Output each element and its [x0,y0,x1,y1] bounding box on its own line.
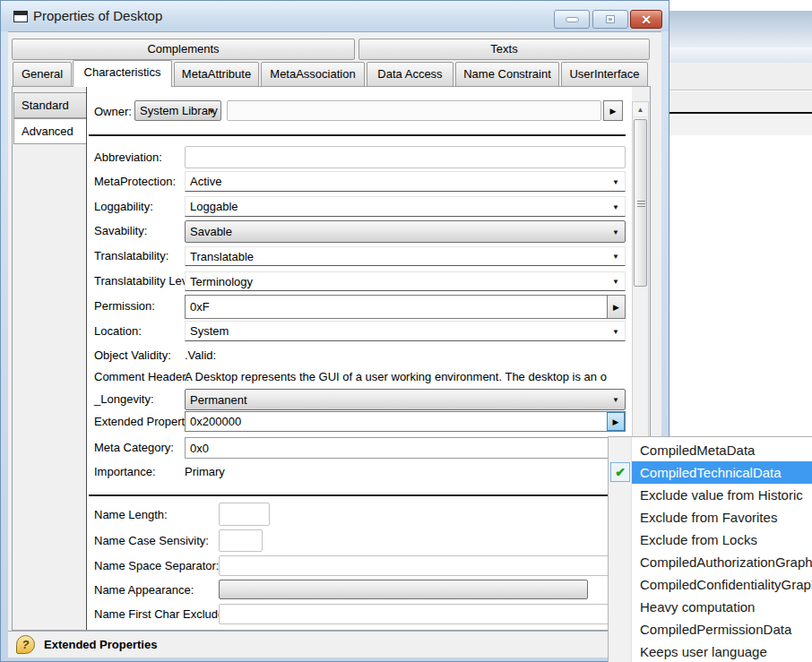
metaprotection-select[interactable]: Active ▼ [185,171,626,192]
screen: Properties of Desktop ✕ Complements Text… [0,0,812,662]
name-length-input[interactable] [219,503,270,526]
properties-dialog: Properties of Desktop ✕ Complements Text… [0,0,669,662]
loggability-select[interactable]: Loggable ▼ [185,196,626,217]
question-mark-glyph: ? [22,638,30,651]
properties-form: Owner: System Library ▼ ▶ Abbreviation: … [86,87,632,630]
importance-value: Primary [185,465,225,478]
name-space-separator-input[interactable] [219,555,619,576]
sidebar-tab-advanced-label: Advanced [22,125,73,138]
name-length-label: Name Length: [94,508,168,521]
chevron-down-icon: ▼ [612,327,619,335]
tab-complements-label: Complements [147,42,219,56]
owner-path-field[interactable] [227,100,601,121]
menu-item-exclude-from-favorites[interactable]: Exclude from Favorites [633,506,812,529]
translatability-level-select[interactable]: Terminology ▼ [185,271,626,291]
status-text: Extended Properties [44,632,157,658]
sidebar-tab-standard[interactable]: Standard [13,92,86,118]
menu-item-exclude-value-from-historic[interactable]: Exclude value from Historic [633,484,812,506]
tab-metaattribute[interactable]: MetaAttribute [174,62,259,87]
owner-select-value: System Library [140,101,218,120]
permission-field[interactable]: 0xF ▶ [185,295,626,319]
maximize-button[interactable] [592,10,628,29]
minimize-button[interactable] [554,10,590,29]
scrollbar-grip-icon [637,201,645,208]
menu-item-compiledtechnicaldata[interactable]: CompiledTechnicalData [632,461,812,484]
dialog-client-area: Complements Texts General Characteristic… [8,31,661,657]
metaprotection-label: MetaProtection: [94,175,176,188]
menu-item-compiledmetadata[interactable]: CompiledMetaData [633,439,812,461]
extended-properties-menu: CompiledMetaData CompiledTechnicalData E… [608,436,812,662]
name-appearance-select[interactable] [219,580,588,599]
close-button[interactable]: ✕ [630,10,662,29]
translatability-value: Translatable [190,247,254,265]
arrow-right-icon: ▶ [610,107,617,116]
window-icon [13,11,28,22]
arrow-up-icon: ▲ [637,106,644,114]
savability-select[interactable]: Savable ▼ [185,220,626,243]
comment-header-label: Comment Header: [94,370,189,383]
tab-texts-label: Texts [490,42,517,56]
owner-expand-button[interactable]: ▶ [603,100,623,121]
separator [89,134,626,136]
permission-expand-button[interactable]: ▶ [607,296,625,318]
background-subheader-band [669,91,812,114]
name-case-sensivity-input[interactable] [219,529,263,552]
longevity-label: _Longevity: [94,392,154,406]
close-icon: ✕ [641,13,652,27]
scroll-up-button[interactable]: ▲ [633,102,648,117]
tab-texts[interactable]: Texts [358,39,650,60]
tab-general-label: General [22,67,63,81]
menu-item-compiledpermissiondata[interactable]: CompiledPermissionData [633,618,812,641]
tab-name-constraint-label: Name Constraint [463,67,551,81]
metaprotection-value: Active [190,172,221,191]
menu-item-exclude-from-locks[interactable]: Exclude from Locks [633,529,812,551]
importance-label: Importance: [94,465,156,478]
tab-name-constraint[interactable]: Name Constraint [455,62,559,87]
menu-item-keeps-user-language[interactable]: Keeps user language [633,641,812,662]
translatability-select[interactable]: Translatable ▼ [185,246,626,266]
menu-item-compiledauthorizationgraph[interactable]: CompiledAuthorizationGraph [633,551,812,573]
extended-properties-field[interactable]: 0x200000 ▶ [185,411,626,432]
owner-select[interactable]: System Library ▼ [134,100,221,121]
longevity-value: Permanent [190,390,247,409]
title-bar[interactable]: Properties of Desktop ✕ [1,1,669,31]
chevron-down-icon: ▼ [612,202,619,211]
background-titlebar [669,11,812,47]
tab-complements[interactable]: Complements [12,39,355,60]
name-first-char-exclude-label: Name First Char Exclude: [94,607,228,621]
extended-properties-value: 0x200000 [190,412,241,431]
chevron-down-icon: ▼ [612,253,619,261]
tab-characteristics[interactable]: Characteristics [73,60,172,87]
arrow-right-icon: ▶ [613,417,619,426]
meta-category-field[interactable]: 0x0 [185,437,626,459]
abbreviation-label: Abbreviation: [94,150,162,164]
translatability-label: Translatability: [94,249,168,262]
tab-metaattribute-label: MetaAttribute [182,67,251,81]
maximize-icon [606,15,615,23]
permission-value: 0xF [190,296,210,318]
abbreviation-input[interactable] [185,146,626,168]
object-validity-value: .Valid: [185,348,216,362]
loggability-label: Loggability: [94,200,153,213]
tab-data-access[interactable]: Data Access [367,62,454,87]
location-select[interactable]: System ▼ [185,321,626,341]
chevron-down-icon: ▼ [612,228,619,236]
longevity-select[interactable]: Permanent ▼ [185,389,626,410]
sidebar-tab-advanced[interactable]: Advanced [13,118,86,144]
menu-item-compiledconfidentialitygraph[interactable]: CompiledConfidentialityGraph [633,573,812,596]
tab-userinterface[interactable]: UserInterface [561,62,648,87]
meta-category-value: 0x0 [190,438,209,458]
name-first-char-exclude-input[interactable] [219,604,619,624]
name-appearance-label: Name Appearance: [94,583,194,597]
menu-item-heavy-computation[interactable]: Heavy computation [633,596,812,618]
location-label: Location: [94,324,142,338]
tab-metaassociation-label: MetaAssociation [270,67,355,81]
tab-general[interactable]: General [13,62,72,87]
tab-metaassociation[interactable]: MetaAssociation [261,62,365,87]
separator [89,494,626,496]
extended-properties-expand-button[interactable]: ▶ [607,412,625,431]
tab-characteristics-label: Characteristics [84,65,161,79]
status-bar: ? Extended Properties [8,631,661,658]
scrollbar-thumb[interactable] [634,119,647,287]
chevron-down-icon: ▼ [612,177,619,185]
